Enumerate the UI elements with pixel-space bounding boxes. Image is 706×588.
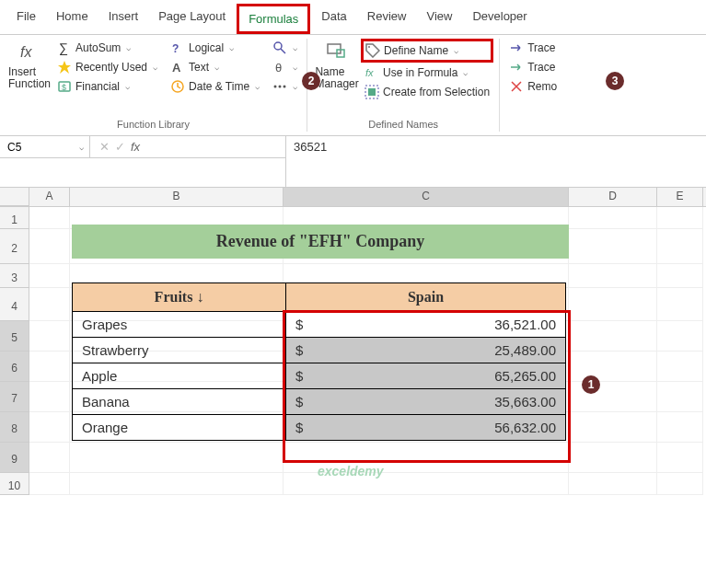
fruit-cell[interactable]: Banana [73, 389, 286, 415]
insert-function-button[interactable]: fx Insert Function [6, 39, 53, 92]
use-in-formula-button[interactable]: fx Use in Formula⌵ [361, 63, 493, 82]
row-header-8[interactable]: 8 [0, 412, 29, 443]
cell[interactable] [569, 321, 657, 352]
revenue-cell[interactable]: $36,521.00 [286, 312, 566, 338]
math-button[interactable]: θ ⌵ [269, 58, 301, 76]
svg-text:?: ? [172, 42, 179, 55]
trace2-label: Trace [527, 61, 555, 74]
sigma-icon: ∑ [57, 40, 72, 55]
cell[interactable] [29, 229, 70, 264]
trace-dependents-button[interactable]: Trace [505, 58, 561, 76]
tab-review[interactable]: Review [358, 4, 416, 34]
cell[interactable] [29, 443, 70, 473]
tab-page-layout[interactable]: Page Layout [149, 4, 235, 34]
cell[interactable] [569, 229, 657, 264]
recently-used-label: Recently Used [75, 61, 147, 74]
cell[interactable] [29, 352, 70, 382]
cell[interactable] [657, 412, 703, 443]
formula-input[interactable]: 36521 [285, 136, 706, 187]
create-from-selection-button[interactable]: Create from Selection [361, 83, 493, 101]
tab-insert[interactable]: Insert [99, 4, 148, 34]
cell[interactable] [70, 443, 284, 473]
row-header-10[interactable]: 10 [0, 473, 29, 495]
cell[interactable] [29, 473, 70, 495]
fx-icon[interactable]: fx [131, 140, 140, 154]
name-box-input[interactable] [6, 139, 61, 156]
chevron-down-icon: ⌵ [153, 63, 157, 72]
cell[interactable] [29, 288, 70, 321]
cell[interactable] [657, 443, 703, 473]
cell[interactable] [657, 229, 703, 264]
enter-icon[interactable]: ✓ [115, 140, 125, 154]
col-header-d[interactable]: D [569, 188, 657, 206]
cell[interactable] [569, 412, 657, 443]
row-header-1[interactable]: 1 [0, 207, 29, 229]
title-banner: Revenue of "EFH" Company [72, 225, 569, 259]
cell[interactable] [657, 288, 703, 321]
row-header-5[interactable]: 5 [0, 321, 29, 352]
cell[interactable] [29, 264, 70, 288]
tab-view[interactable]: View [417, 4, 461, 34]
tab-developer[interactable]: Developer [463, 4, 536, 34]
date-time-button[interactable]: Date & Time⌵ [167, 77, 263, 96]
define-name-button[interactable]: Define Name⌵ [361, 39, 493, 63]
row-header-4[interactable]: 4 [0, 288, 29, 321]
cell[interactable] [657, 207, 703, 229]
remove-arrows-button[interactable]: Remo [505, 77, 561, 96]
cell[interactable] [657, 473, 703, 495]
svg-point-8 [274, 42, 282, 50]
autosum-button[interactable]: ∑ AutoSum⌵ [53, 39, 161, 57]
revenue-cell[interactable]: $65,265.00 [286, 363, 566, 389]
col-header-a[interactable]: A [29, 188, 70, 206]
trace-icon [509, 40, 524, 55]
revenue-cell[interactable]: $56,632.00 [286, 415, 566, 441]
row-header-3[interactable]: 3 [0, 264, 29, 288]
cell[interactable] [29, 207, 70, 229]
fruit-cell[interactable]: Orange [73, 415, 286, 441]
tab-formulas[interactable]: Formulas [237, 4, 310, 34]
row-header-6[interactable]: 6 [0, 352, 29, 382]
cell[interactable] [569, 352, 657, 382]
cell[interactable] [657, 321, 703, 352]
row-header-9[interactable]: 9 [0, 443, 29, 473]
cell[interactable] [29, 412, 70, 443]
cell[interactable] [657, 264, 703, 288]
cell[interactable] [569, 264, 657, 288]
fruit-cell[interactable]: Grapes [73, 312, 286, 338]
cancel-icon[interactable]: ✕ [99, 140, 110, 154]
tab-data[interactable]: Data [312, 4, 355, 34]
row-header-2[interactable]: 2 [0, 229, 29, 264]
row-header-7[interactable]: 7 [0, 382, 29, 412]
cell[interactable] [29, 321, 70, 352]
cell[interactable] [29, 382, 70, 412]
financial-button[interactable]: $ Financial⌵ [53, 77, 161, 96]
cell[interactable] [657, 382, 703, 412]
col-header-e[interactable]: E [657, 188, 703, 206]
lookup-button[interactable]: ⌵ [269, 39, 301, 57]
cell[interactable] [569, 473, 657, 495]
revenue-cell[interactable]: $35,663.00 [286, 389, 566, 415]
cell[interactable] [569, 288, 657, 321]
name-box[interactable]: ⌵ [0, 136, 90, 158]
tab-home[interactable]: Home [47, 4, 98, 34]
cell[interactable] [70, 473, 284, 495]
cell[interactable] [569, 443, 657, 473]
cell[interactable] [569, 207, 657, 229]
trace-precedents-button[interactable]: Trace [505, 39, 561, 57]
fruit-cell[interactable]: Strawberry [73, 338, 286, 363]
name-manager-button[interactable]: Name Manager [313, 39, 361, 92]
revenue-cell[interactable]: $25,489.00 [286, 338, 566, 363]
text-button[interactable]: A Text⌵ [167, 58, 263, 76]
tab-file[interactable]: File [7, 4, 45, 34]
name-box-dropdown[interactable]: ⌵ [79, 143, 84, 152]
select-all-corner[interactable] [0, 188, 29, 206]
create-from-selection-label: Create from Selection [383, 86, 490, 98]
recently-used-button[interactable]: Recently Used⌵ [53, 58, 161, 76]
lookup-icon [272, 40, 287, 55]
cell[interactable] [657, 352, 703, 382]
logical-button[interactable]: ? Logical⌵ [167, 39, 263, 57]
more-functions-button[interactable]: ⌵ [269, 77, 301, 96]
col-header-b[interactable]: B [70, 188, 284, 206]
fruit-cell[interactable]: Apple [73, 363, 286, 389]
col-header-c[interactable]: C [284, 188, 569, 206]
